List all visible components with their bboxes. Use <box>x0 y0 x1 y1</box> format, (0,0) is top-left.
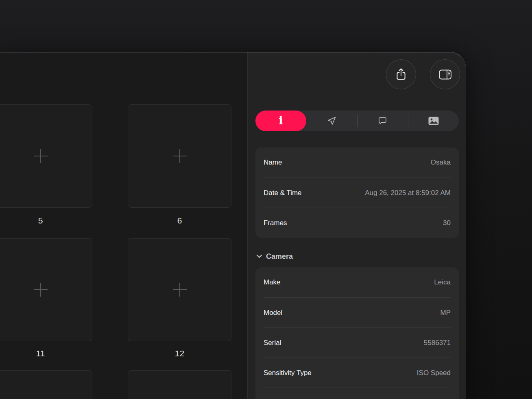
frame-number: 5 <box>0 215 92 227</box>
tab-comments[interactable] <box>357 111 408 131</box>
tab-info[interactable]: i <box>255 111 306 131</box>
info-icon: i <box>279 115 283 126</box>
photo-icon <box>428 117 439 125</box>
plus-icon <box>172 282 188 297</box>
info-row-frames: Frames 30 <box>264 208 451 238</box>
film-frame-placeholder[interactable] <box>0 370 92 399</box>
chevron-down-icon <box>256 254 262 258</box>
row-value: Aug 26, 2025 at 8:59:02 AM <box>365 189 451 197</box>
row-label: Frames <box>264 219 287 227</box>
plus-icon <box>33 148 48 164</box>
film-frame-placeholder[interactable] <box>128 238 231 341</box>
row-value: 5586371 <box>424 339 451 347</box>
camera-row-make: Make Leica <box>264 267 451 297</box>
row-value[interactable]: Osaka <box>431 158 451 167</box>
app-window: 5 6 11 12 <box>0 52 466 399</box>
toggle-inspector-button[interactable] <box>430 59 460 89</box>
camera-card: Make Leica Model MP Serial 5586371 Sensi… <box>255 267 459 399</box>
row-label: Date & Time <box>264 189 302 197</box>
inspector-tabs: i <box>255 111 459 131</box>
camera-row-model: Model MP <box>264 297 451 327</box>
film-frame-placeholder[interactable] <box>128 104 231 208</box>
row-value: ISO Speed <box>417 369 451 377</box>
film-frame-placeholder[interactable] <box>0 238 92 341</box>
row-label: Name <box>264 158 282 167</box>
camera-section-title: Camera <box>266 252 293 261</box>
share-icon <box>395 67 407 81</box>
row-label: Model <box>264 309 282 317</box>
location-arrow-icon <box>327 116 337 126</box>
row-value: MP <box>440 309 451 317</box>
row-value: Leica <box>434 278 451 286</box>
plus-icon <box>33 282 48 297</box>
info-card: Name Osaka Date & Time Aug 26, 2025 at 8… <box>255 147 459 238</box>
inspector-panel: i <box>247 52 466 399</box>
tab-separator <box>408 115 408 127</box>
film-frame-placeholder[interactable] <box>128 370 231 399</box>
camera-section-header[interactable]: Camera <box>256 250 293 262</box>
camera-row-sensitivity-type: Sensitivity Type ISO Speed <box>264 358 451 388</box>
tab-photos[interactable] <box>408 111 459 131</box>
row-label: Serial <box>264 339 281 347</box>
frame-number: 12 <box>128 347 231 360</box>
info-row-datetime: Date & Time Aug 26, 2025 at 8:59:02 AM <box>264 178 451 208</box>
plus-icon <box>172 148 188 164</box>
film-frame-placeholder[interactable] <box>0 104 92 208</box>
speech-bubble-icon <box>377 116 388 126</box>
tab-separator <box>357 115 358 127</box>
row-label: Sensitivity Type <box>264 369 312 377</box>
row-value: 30 <box>443 219 451 227</box>
row-label: Make <box>264 278 281 286</box>
share-button[interactable] <box>386 59 416 89</box>
frame-number: 6 <box>128 215 231 227</box>
tab-location[interactable] <box>306 111 357 131</box>
camera-row-iso-speed: ISO Speed 50 <box>264 388 451 399</box>
film-strip-area: 5 6 11 12 <box>0 52 247 399</box>
sidebar-right-icon <box>438 69 452 80</box>
frame-number: 11 <box>0 347 92 360</box>
camera-row-serial: Serial 5586371 <box>264 327 451 358</box>
info-row-name: Name Osaka <box>264 147 451 178</box>
